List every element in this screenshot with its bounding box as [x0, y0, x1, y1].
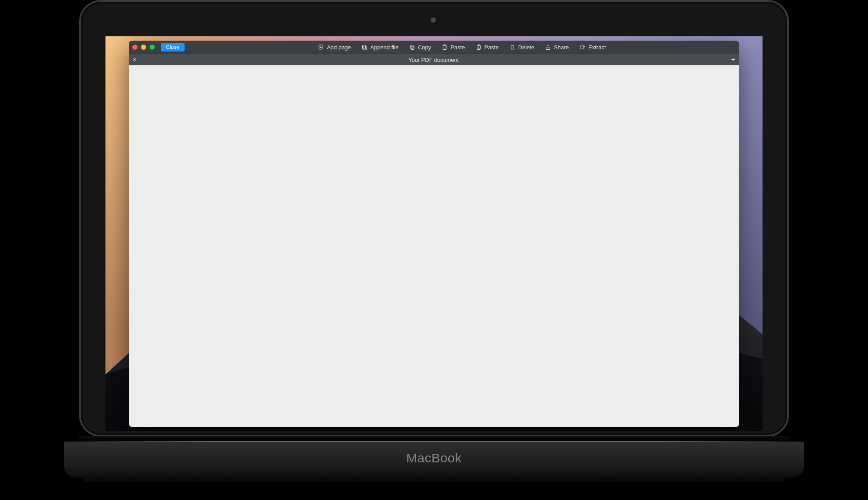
paste-alt-button[interactable]: Paste: [475, 44, 499, 51]
webcam-icon: [431, 17, 437, 24]
extract-icon: [579, 44, 586, 51]
copy-icon: [409, 44, 415, 51]
toolbar-label: Share: [554, 44, 569, 51]
toolbar-label: Append file: [370, 44, 399, 51]
svg-rect-10: [581, 45, 584, 49]
window-zoom-icon[interactable]: [150, 45, 155, 50]
window-minimize-icon[interactable]: [141, 45, 146, 50]
toolbar-label: Add page: [327, 44, 351, 51]
paste-alt-icon: [475, 44, 482, 51]
tab-title: Your PDF document: [140, 57, 727, 63]
tab-bar: × Your PDF document +: [129, 54, 739, 65]
append-file-button[interactable]: Append file: [361, 44, 399, 51]
toolbar-label: Paste: [485, 44, 499, 51]
close-button[interactable]: Close: [161, 43, 185, 51]
tab-close-button[interactable]: ×: [129, 54, 140, 65]
window-traffic-lights: [132, 45, 155, 50]
toolbar-actions: Add page Append file: [188, 44, 736, 51]
trash-icon: [509, 44, 516, 51]
extract-button[interactable]: Extract: [579, 44, 606, 51]
app-toolbar: Close Add page: [129, 41, 739, 54]
laptop-deck: MacBook: [64, 441, 804, 478]
share-button[interactable]: Share: [545, 44, 569, 51]
laptop-screen: Close Add page: [105, 36, 763, 431]
macbook-mockup: Close Add page: [0, 0, 868, 500]
svg-rect-4: [410, 45, 413, 48]
document-area[interactable]: [129, 65, 739, 427]
paste-button[interactable]: Paste: [441, 44, 465, 51]
toolbar-label: Copy: [418, 44, 431, 51]
new-tab-button[interactable]: +: [727, 54, 739, 65]
svg-rect-3: [411, 46, 414, 50]
add-page-icon: [318, 44, 324, 51]
svg-rect-1: [362, 45, 365, 49]
copy-button[interactable]: Copy: [409, 44, 431, 51]
share-icon: [545, 44, 551, 51]
append-file-icon: [361, 44, 368, 51]
svg-rect-2: [364, 46, 367, 50]
laptop-foot: [82, 477, 786, 482]
window-close-icon[interactable]: [132, 45, 137, 50]
toolbar-label: Extract: [588, 44, 606, 51]
laptop-brand-label: MacBook: [406, 451, 462, 465]
paste-icon: [441, 44, 448, 51]
pdf-app-window: Close Add page: [129, 41, 739, 427]
laptop-lid: Close Add page: [79, 0, 789, 437]
add-page-button[interactable]: Add page: [318, 44, 351, 51]
toolbar-label: Delete: [518, 44, 535, 51]
delete-button[interactable]: Delete: [509, 44, 535, 51]
toolbar-label: Paste: [450, 44, 465, 51]
